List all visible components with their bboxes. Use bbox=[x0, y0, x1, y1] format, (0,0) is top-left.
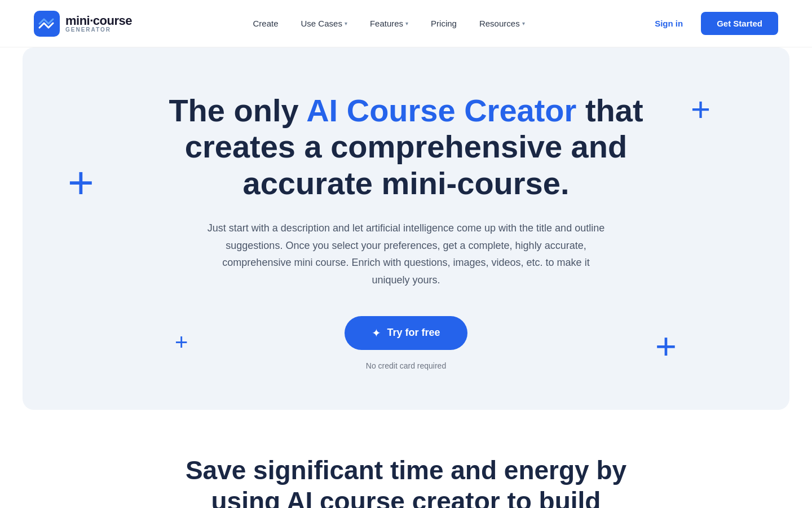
svg-rect-0 bbox=[34, 11, 60, 37]
navbar: mini·course GENERATOR Create Use Cases ▾… bbox=[0, 0, 812, 47]
hero-cta-area: ✦ Try for free No credit card required bbox=[345, 316, 467, 370]
try-btn-label: Try for free bbox=[387, 327, 440, 339]
nav-actions: Sign in Get Started bbox=[646, 12, 778, 35]
logo-text: mini·course GENERATOR bbox=[65, 15, 132, 33]
nav-label-use-cases: Use Cases bbox=[301, 19, 342, 28]
second-section: Save significant time and energy by usin… bbox=[0, 410, 812, 508]
try-for-free-button[interactable]: ✦ Try for free bbox=[345, 316, 467, 350]
nav-links: Create Use Cases ▾ Features ▾ Pricing Re… bbox=[244, 14, 533, 33]
resources-chevron-icon: ▾ bbox=[522, 20, 525, 27]
nav-item-use-cases[interactable]: Use Cases ▾ bbox=[292, 14, 356, 33]
use-cases-chevron-icon: ▾ bbox=[345, 20, 347, 27]
logo-name: mini·course bbox=[65, 15, 132, 27]
features-chevron-icon: ▾ bbox=[405, 20, 408, 27]
hero-section: + + + + The only AI Course Creator that … bbox=[23, 47, 789, 410]
hero-title-before: The only bbox=[169, 93, 306, 128]
plus-decoration-mid-left: + bbox=[68, 160, 94, 205]
nav-label-pricing: Pricing bbox=[431, 19, 457, 28]
plus-decoration-top-right: + bbox=[691, 93, 710, 126]
sign-in-button[interactable]: Sign in bbox=[646, 14, 692, 33]
logo-icon bbox=[34, 11, 60, 37]
nav-label-features: Features bbox=[370, 19, 403, 28]
hero-title: The only AI Course Creator that creates … bbox=[152, 93, 660, 202]
plus-decoration-bottom-right: + bbox=[655, 328, 677, 365]
nav-item-pricing[interactable]: Pricing bbox=[422, 14, 466, 33]
try-btn-plus-icon: ✦ bbox=[372, 326, 381, 340]
logo[interactable]: mini·course GENERATOR bbox=[34, 11, 132, 37]
logo-subtitle: GENERATOR bbox=[65, 27, 132, 33]
nav-label-resources: Resources bbox=[479, 19, 520, 28]
hero-title-accent: AI Course Creator bbox=[306, 93, 576, 128]
nav-item-features[interactable]: Features ▾ bbox=[361, 14, 417, 33]
nav-item-create[interactable]: Create bbox=[244, 14, 287, 33]
get-started-button[interactable]: Get Started bbox=[701, 12, 778, 35]
plus-decoration-bottom-left: + bbox=[175, 331, 188, 353]
nav-label-create: Create bbox=[253, 19, 278, 28]
hero-subtitle: Just start with a description and let ar… bbox=[203, 220, 609, 288]
no-credit-text: No credit card required bbox=[345, 361, 467, 370]
nav-item-resources[interactable]: Resources ▾ bbox=[470, 14, 534, 33]
second-section-title: Save significant time and energy by usin… bbox=[152, 455, 660, 508]
